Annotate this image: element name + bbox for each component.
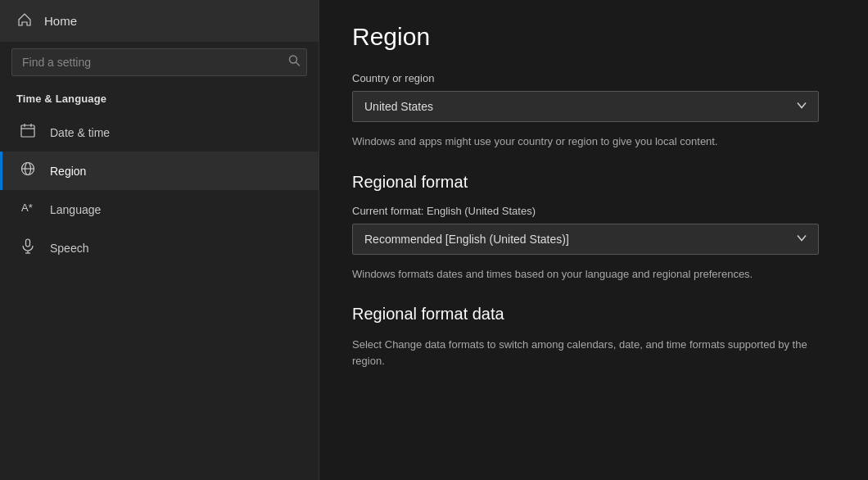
sidebar-item-speech[interactable]: Speech <box>0 229 319 267</box>
regional-format-dropdown-wrapper: Recommended [English (United States)] <box>352 224 819 255</box>
svg-rect-2 <box>21 125 34 137</box>
date-time-label: Date & time <box>50 126 110 139</box>
region-label: Region <box>50 165 86 178</box>
sidebar-item-home[interactable]: Home <box>0 0 319 42</box>
country-dropdown-wrapper: United States <box>352 91 819 122</box>
sidebar-item-language[interactable]: A* Language <box>0 190 319 229</box>
home-icon <box>16 11 33 30</box>
country-hint: Windows and apps might use your country … <box>352 134 819 150</box>
regional-format-data-hint: Select Change data formats to switch amo… <box>352 337 819 369</box>
language-icon: A* <box>19 199 37 220</box>
language-label: Language <box>50 203 101 216</box>
regional-format-heading: Regional format <box>352 173 835 192</box>
search-container <box>11 48 307 76</box>
current-format-label: Current format: English (United States) <box>352 205 835 217</box>
sidebar: Home Time & Language Date & time <box>0 0 319 480</box>
country-field-label: Country or region <box>352 72 835 84</box>
speech-label: Speech <box>50 242 88 255</box>
regional-format-dropdown[interactable]: Recommended [English (United States)] <box>352 224 819 255</box>
search-input[interactable] <box>11 48 307 76</box>
svg-line-1 <box>296 62 300 66</box>
sidebar-item-date-time[interactable]: Date & time <box>0 113 319 152</box>
home-label: Home <box>44 14 77 28</box>
main-content: Region Country or region United States W… <box>319 0 868 480</box>
section-label: Time & Language <box>0 88 319 113</box>
country-dropdown[interactable]: United States <box>352 91 819 122</box>
svg-rect-10 <box>26 239 30 247</box>
page-title: Region <box>352 23 835 51</box>
region-icon <box>19 161 37 181</box>
svg-text:A*: A* <box>21 202 33 214</box>
regional-format-hint: Windows formats dates and times based on… <box>352 266 819 283</box>
date-time-icon <box>19 122 37 143</box>
regional-format-data-heading: Regional format data <box>352 305 835 324</box>
speech-icon <box>19 238 37 258</box>
search-button[interactable] <box>288 55 301 70</box>
sidebar-item-region[interactable]: Region <box>0 152 319 190</box>
